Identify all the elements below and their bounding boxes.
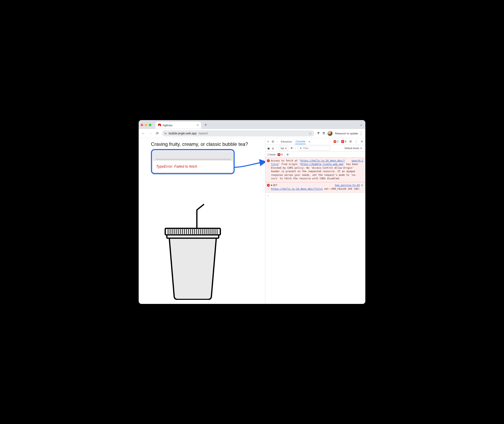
tabstrip-expand-button[interactable]: ⌄	[359, 122, 363, 127]
caret-down-icon: ▾	[285, 147, 286, 150]
issue-badge-icon: ✕	[278, 153, 280, 156]
relaunch-label: Relaunch to update	[335, 132, 358, 135]
url-link[interactable]: https://hello-io-24.deno.dev/?lvl=1	[271, 187, 323, 190]
browser-tab[interactable]: NgBoba ×	[156, 122, 201, 129]
source-link[interactable]: search:1	[351, 159, 363, 162]
warning-badge-icon: ✕	[341, 140, 344, 143]
site-info-icon[interactable]: ⇆	[164, 132, 167, 135]
address-bar[interactable]: ⇆ bubble-jingle.web.app/search ☆	[162, 130, 314, 137]
window-close-button[interactable]	[141, 124, 143, 126]
error-counter[interactable]: ✕ 2	[334, 140, 339, 143]
extensions-icon[interactable]: ⧩	[317, 131, 320, 135]
console-toolbar: ▣ ⊘ | top ▾ 👁 | ⏷ Filter Default levels …	[265, 145, 365, 152]
tab-elements[interactable]: Elements	[280, 139, 292, 144]
window-controls	[141, 124, 151, 126]
window-zoom-button[interactable]	[149, 124, 151, 126]
console-sidebar-toggle-icon[interactable]: ▣	[267, 147, 270, 150]
favicon	[158, 124, 161, 127]
live-expression-icon[interactable]: 👁	[290, 147, 293, 150]
reload-button[interactable]: ⟳	[155, 131, 160, 136]
experiments-icon[interactable]: ⚗	[322, 131, 325, 136]
error-icon: ✕	[267, 159, 270, 162]
annotation-arrow	[235, 160, 265, 172]
relaunch-button[interactable]: Relaunch to update ⋮	[335, 131, 363, 136]
console-prompt[interactable]: ›	[265, 193, 365, 198]
window-minimize-button[interactable]	[145, 124, 147, 126]
error-badge-icon: ✕	[334, 140, 336, 143]
filter-input[interactable]: ⏷ Filter	[298, 146, 330, 151]
tab-console[interactable]: Console	[295, 139, 306, 144]
forward-button[interactable]: →	[148, 131, 153, 136]
profile-avatar[interactable]	[328, 131, 332, 136]
tabs-overflow-icon[interactable]: »	[309, 140, 310, 143]
url-path: /search	[199, 132, 208, 135]
issues-row[interactable]: 1 Issue: ✕ 8 | ⚙	[265, 152, 365, 158]
source-link[interactable]: tea.service.ts:42	[335, 184, 360, 187]
chrome-menu-icon[interactable]: ⋮	[359, 131, 363, 136]
tab-close-button[interactable]: ×	[197, 123, 199, 127]
context-selector[interactable]: top ▾	[279, 146, 288, 151]
settings-gear-icon[interactable]: ⚙	[349, 140, 352, 143]
devtools-tabbar: ⌖ ⧉ | Elements Console » ✕ 2 ✕ 8 ⚙ ⋮ ✕	[265, 138, 365, 145]
content-split: Craving fruity, creamy, or classic bubbl…	[139, 138, 365, 304]
highlight-annotation: TypeError: Failed to fetch	[151, 149, 235, 174]
replay-xhr-icon[interactable]: ⟳	[361, 184, 363, 187]
error-message: TypeError: Failed to fetch	[153, 161, 233, 172]
url-link[interactable]: https://bubble-jingle.web.app	[301, 163, 343, 166]
devtools-close-icon[interactable]: ✕	[361, 140, 363, 143]
console-clear-icon[interactable]: ⊘	[272, 147, 274, 150]
error-icon: ✕	[267, 184, 270, 187]
expand-triangle-icon[interactable]: ▶	[271, 183, 272, 187]
inspect-icon[interactable]: ⌖	[267, 140, 269, 143]
new-tab-button[interactable]: +	[203, 122, 208, 127]
search-card: TypeError: Failed to fetch	[153, 151, 233, 172]
warning-counter[interactable]: ✕ 8	[341, 140, 346, 143]
console-error-network: ✕ ⟳ tea.service.ts:42 ▶GET https://hello…	[265, 182, 365, 193]
device-toggle-icon[interactable]: ⧉	[272, 140, 274, 143]
cup-illustration	[161, 204, 224, 300]
caret-down-icon: ▾	[361, 147, 362, 150]
devtools-panel: ⌖ ⧉ | Elements Console » ✕ 2 ✕ 8 ⚙ ⋮ ✕	[265, 138, 365, 304]
browser-window: NgBoba × + ⌄ ← → ⟳ ⇆ bubble-jingle.web.a…	[139, 120, 365, 304]
bookmark-star-icon[interactable]: ☆	[309, 131, 312, 136]
devtools-menu-icon[interactable]: ⋮	[355, 140, 358, 143]
toolbar: ← → ⟳ ⇆ bubble-jingle.web.app/search ☆ ⧩…	[139, 129, 365, 138]
filter-icon: ⏷	[299, 147, 302, 150]
console-error-cors: ✕ search:1 Access to fetch at 'https://h…	[265, 158, 365, 182]
back-button[interactable]: ←	[141, 131, 146, 136]
page-heading: Craving fruity, creamy, or classic bubbl…	[151, 141, 261, 147]
search-input[interactable]	[156, 154, 231, 159]
tab-title: NgBoba	[163, 124, 172, 127]
tab-strip: NgBoba × + ⌄	[139, 120, 365, 129]
log-levels-selector[interactable]: Default levels ▾	[343, 146, 363, 150]
console-messages: ✕ search:1 Access to fetch at 'https://h…	[265, 158, 365, 193]
url-host: bubble-jingle.web.app	[169, 132, 196, 135]
issues-gear-icon[interactable]: ⚙	[286, 153, 289, 156]
page-content: Craving fruity, creamy, or classic bubbl…	[139, 138, 265, 304]
